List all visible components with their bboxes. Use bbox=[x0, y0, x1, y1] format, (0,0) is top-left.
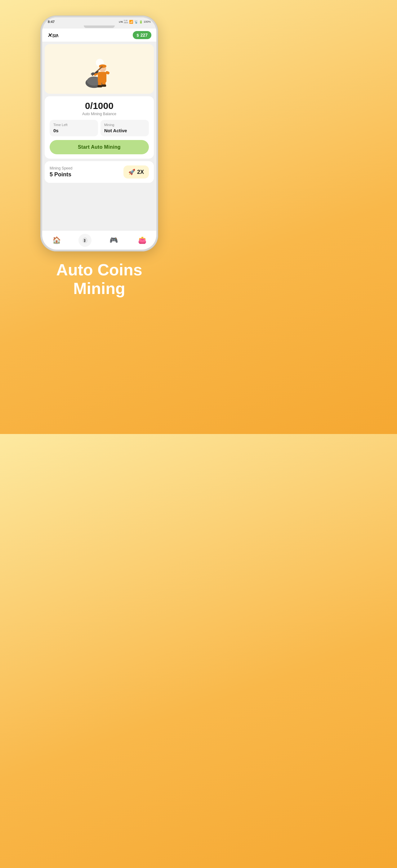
tagline-line2: Mining bbox=[56, 279, 142, 298]
svg-text:₿: ₿ bbox=[84, 239, 86, 243]
games-icon: 🎮 bbox=[109, 236, 118, 244]
top-bar: ✕ SINO $ 227 bbox=[42, 29, 156, 41]
time-mining-row: Time Left 0s Mining Not Active bbox=[49, 120, 149, 136]
mining-hero bbox=[45, 44, 154, 94]
miner-svg bbox=[80, 52, 118, 89]
balance-badge[interactable]: $ 227 bbox=[133, 31, 151, 39]
rocket-icon: 🚀 bbox=[128, 168, 135, 176]
status-icons: LTE 0.16KB/S 📶 📡 🔋 100% bbox=[119, 20, 151, 24]
nav-mining[interactable]: ₿ bbox=[71, 231, 99, 250]
speed-badge[interactable]: 🚀 2X bbox=[124, 165, 149, 179]
time-left-value: 0s bbox=[53, 128, 94, 133]
time-left-card: Time Left 0s bbox=[49, 120, 98, 136]
mining-status-card: Mining Not Active bbox=[100, 120, 149, 136]
data-speed: 0.16KB/S bbox=[124, 20, 128, 24]
status-time: 8:47 bbox=[48, 20, 55, 24]
start-mining-button[interactable]: Start Auto Mining bbox=[49, 140, 149, 154]
miner-illustration bbox=[80, 49, 118, 89]
network-type: LTE bbox=[119, 21, 123, 23]
main-content: 0/1000 Auto Mining Balance Time Left 0s … bbox=[42, 41, 156, 230]
wallet-icon: 👛 bbox=[138, 236, 146, 244]
phone-frame: 8:47 LTE 0.16KB/S 📶 📡 🔋 100% ✕ SINO $ bbox=[40, 16, 158, 251]
balance-display: 0/1000 Auto Mining Balance bbox=[49, 101, 149, 116]
svg-rect-8 bbox=[97, 85, 102, 87]
phone-screen: 8:47 LTE 0.16KB/S 📶 📡 🔋 100% ✕ SINO $ bbox=[42, 18, 156, 250]
mining-label: Mining bbox=[104, 123, 145, 127]
svg-rect-14 bbox=[99, 65, 106, 67]
speed-label: Mining Speed bbox=[49, 166, 72, 170]
time-left-label: Time Left bbox=[53, 123, 94, 127]
logo-icon: ✕ SINO bbox=[47, 32, 58, 38]
svg-text:✕: ✕ bbox=[47, 32, 53, 38]
balance-label: Auto Mining Balance bbox=[49, 112, 149, 116]
tagline: Auto Coins Mining bbox=[56, 261, 142, 310]
notch bbox=[84, 26, 115, 28]
mining-status: Not Active bbox=[104, 128, 145, 133]
speed-value: 5 Points bbox=[49, 172, 72, 178]
battery-icon: 🔋 bbox=[139, 20, 143, 24]
empty-content-area bbox=[45, 185, 154, 216]
signal-icon: 📡 bbox=[134, 20, 138, 24]
balance-number: 0/1000 bbox=[49, 101, 149, 111]
speed-multiplier: 2X bbox=[137, 169, 144, 176]
home-icon: 🏠 bbox=[53, 236, 61, 244]
status-bar: 8:47 LTE 0.16KB/S 📶 📡 🔋 100% bbox=[42, 18, 156, 26]
speed-info: Mining Speed 5 Points bbox=[49, 166, 72, 178]
svg-text:SINO: SINO bbox=[52, 33, 58, 38]
stats-section: 0/1000 Auto Mining Balance Time Left 0s … bbox=[45, 96, 154, 159]
balance-amount: 227 bbox=[140, 33, 147, 37]
nav-home[interactable]: 🏠 bbox=[42, 231, 71, 250]
bottom-nav: 🏠 ₿ 🎮 👛 bbox=[42, 230, 156, 250]
nav-wallet[interactable]: 👛 bbox=[128, 231, 156, 250]
tagline-line1: Auto Coins bbox=[56, 261, 142, 279]
logo: ✕ SINO bbox=[47, 32, 58, 38]
dollar-icon: $ bbox=[136, 33, 139, 37]
mining-nav-badge: ₿ bbox=[78, 234, 92, 247]
battery-percent: 100% bbox=[143, 20, 151, 23]
svg-rect-9 bbox=[101, 85, 106, 87]
bitcoin-cloud-icon: ₿ bbox=[81, 237, 89, 244]
nav-games[interactable]: 🎮 bbox=[99, 231, 128, 250]
wifi-icon: 📶 bbox=[129, 20, 133, 24]
speed-card: Mining Speed 5 Points 🚀 2X bbox=[45, 161, 154, 183]
